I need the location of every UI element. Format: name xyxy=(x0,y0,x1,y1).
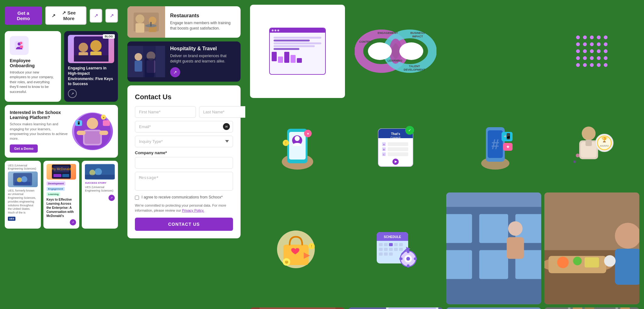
svg-point-65 xyxy=(295,136,300,141)
blog-expand-button[interactable]: ↗ xyxy=(68,89,77,98)
svg-text:📲: 📲 xyxy=(503,133,511,140)
ues-success-card: SUCCESS STORY UES (Universal Engineering… xyxy=(82,161,118,229)
svg-rect-41 xyxy=(150,22,152,26)
hospitality-card: Hospitality & Travel Deliver on brand ex… xyxy=(127,41,241,82)
communications-checkbox[interactable] xyxy=(135,196,139,200)
mockup-header xyxy=(270,28,325,33)
svg-point-32 xyxy=(95,168,102,175)
svg-text:That's: That's xyxy=(391,132,400,136)
svg-rect-79 xyxy=(388,142,408,146)
contact-form-title: Contact Us xyxy=(135,93,233,101)
calendar-gear-illustration: SCHEDULE xyxy=(348,192,443,304)
dot-1-3 xyxy=(590,35,594,39)
restaurants-title: Restaurants xyxy=(170,13,236,19)
inquiry-select[interactable]: Inquiry Type* Sales Support Other xyxy=(135,136,233,147)
svg-point-36 xyxy=(136,14,144,23)
platform-demo-button[interactable]: Get a Demo xyxy=(10,144,38,153)
svg-text:AWARD: AWARD xyxy=(600,144,609,147)
platform-text: Interested in the Schoox Learning Platfo… xyxy=(10,110,68,153)
svg-rect-18 xyxy=(103,120,110,126)
meeting-room-photo xyxy=(446,307,541,309)
svg-text:IMPACT: IMPACT xyxy=(412,35,423,38)
mockup-dot-3 xyxy=(277,30,279,31)
company-input[interactable] xyxy=(135,157,233,169)
mockup-bars xyxy=(272,52,323,63)
svg-point-38 xyxy=(149,17,156,24)
svg-rect-37 xyxy=(136,23,144,33)
svg-rect-44 xyxy=(135,61,142,72)
dot-4-5 xyxy=(604,56,608,60)
svg-point-153 xyxy=(573,257,582,266)
top-buttons: Get a Demo ↗ ↗ See More ↗ ↗ xyxy=(5,6,118,25)
ues-image xyxy=(8,171,38,187)
ues-desc: UES, formerly known as Universal Enginee… xyxy=(8,189,38,215)
svg-point-157 xyxy=(604,255,616,267)
photo-cruise-cell xyxy=(446,192,541,304)
hospitality-content: Hospitality & Travel Deliver on brand ex… xyxy=(165,41,241,82)
dot-1-2 xyxy=(583,35,587,39)
svg-text:!: ! xyxy=(286,141,286,145)
svg-text:★: ★ xyxy=(103,116,105,119)
bar-3 xyxy=(284,52,289,63)
svg-rect-129 xyxy=(389,252,393,256)
svg-rect-29 xyxy=(62,174,69,177)
dot-2-4 xyxy=(597,42,601,46)
svg-text:!: ! xyxy=(311,245,312,248)
platform-title: Interested in the Schoox Learning Platfo… xyxy=(10,110,68,120)
privacy-policy-link[interactable]: Privacy Policy. xyxy=(182,209,204,212)
dot-5-4 xyxy=(597,63,601,67)
restaurants-content: Restaurants Engage team members with tra… xyxy=(165,8,241,35)
svg-rect-119 xyxy=(389,243,393,246)
message-textarea[interactable] xyxy=(135,172,233,191)
mcd-tags: Development Engagement Learning xyxy=(47,182,76,196)
platform-card: Interested in the Schoox Learning Platfo… xyxy=(5,105,118,158)
hospitality-arrow-button[interactable]: ↗ xyxy=(170,67,180,77)
first-name-input[interactable] xyxy=(135,106,196,118)
email-input[interactable] xyxy=(135,121,233,133)
phone-person-illustration: ★ ! xyxy=(250,101,345,190)
svg-text:Correct!: Correct! xyxy=(391,136,401,139)
blog-title: Engaging Learners in High-Impact Environ… xyxy=(68,66,114,87)
dot-2-3 xyxy=(590,42,594,46)
svg-rect-28 xyxy=(53,174,61,177)
mcd-arrow-button[interactable]: ↗ xyxy=(70,219,76,225)
svg-point-96 xyxy=(582,127,596,140)
learn-tag: Learning xyxy=(47,192,60,196)
blog-card: BLOG Engaging Learners in High-Impact En… xyxy=(64,31,118,102)
svg-point-52 xyxy=(368,42,392,60)
dot-4-4 xyxy=(597,56,601,60)
cards-row: Employee Onboarding Introduce your new e… xyxy=(5,31,118,102)
contact-submit-button[interactable]: CONTACT US xyxy=(135,218,233,231)
svg-text:ENGAGEMENT: ENGAGEMENT xyxy=(378,31,398,35)
svg-rect-191 xyxy=(616,307,618,309)
mcd-image: Why McDonald's xyxy=(47,164,76,180)
calendar-gear-cell: SCHEDULE xyxy=(348,192,443,304)
photo-row xyxy=(250,307,639,309)
demo-button[interactable]: Get a Demo xyxy=(5,7,42,25)
platform-illustration: 📱 ★ xyxy=(72,112,113,150)
see-more-button[interactable]: ↗ ↗ See More xyxy=(45,6,87,25)
dot-3-2 xyxy=(583,49,587,53)
email-row: ✉ xyxy=(135,121,233,133)
svg-rect-99 xyxy=(586,140,592,146)
dot-4-1 xyxy=(576,56,580,60)
blog-tag: BLOG xyxy=(103,34,115,39)
dot-1-5 xyxy=(604,35,608,39)
hospitality-image xyxy=(127,46,165,77)
spacer-cell-1 xyxy=(446,5,541,98)
ues-arrow-button[interactable]: ↗ xyxy=(108,195,115,201)
arrow-left-button[interactable]: ↗ xyxy=(90,9,102,23)
svg-text:A: A xyxy=(383,143,385,146)
factory-worker-photo xyxy=(544,307,639,309)
checkbox-row: I agree to receive communications from S… xyxy=(135,195,233,200)
infinity-wrap: CONTENT ENGAGEMENT BUSINESS IMPACT LEARN… xyxy=(352,24,440,79)
svg-rect-147 xyxy=(507,237,524,259)
svg-text:★: ★ xyxy=(506,144,510,149)
dot-5-1 xyxy=(576,63,580,67)
restaurant-worker-photo xyxy=(250,307,345,309)
dot-3-5 xyxy=(604,49,608,53)
arrow-right-button[interactable]: ↗ xyxy=(105,9,118,23)
dashboard-mockup-cell xyxy=(250,5,345,98)
social-phone-illustration: # 📲 ★ xyxy=(446,101,541,190)
restaurants-card: Restaurants Engage team members with tra… xyxy=(127,6,241,38)
